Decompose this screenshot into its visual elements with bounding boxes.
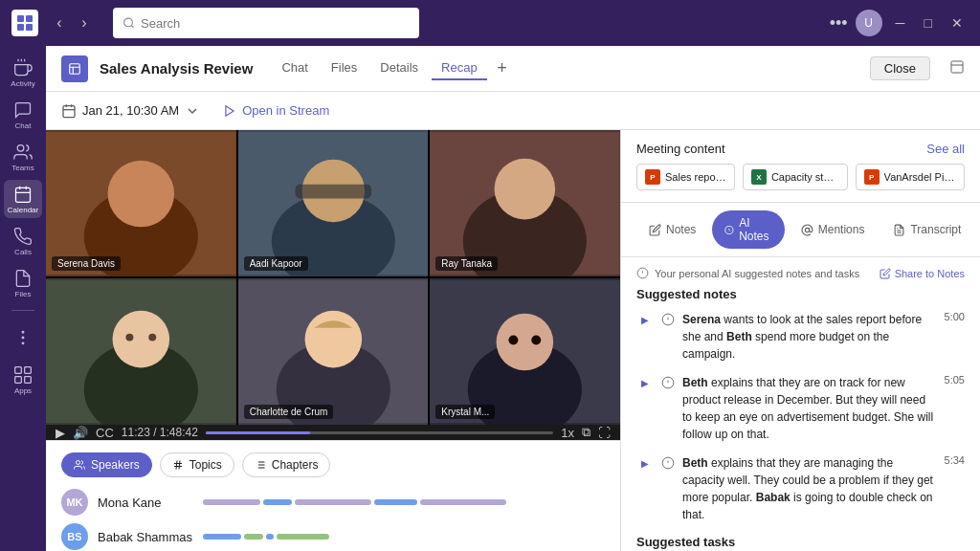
share-to-notes-button[interactable]: Share to Notes xyxy=(880,268,965,279)
notes-tab-transcript-label: Transcript xyxy=(910,223,961,236)
svg-point-50 xyxy=(532,336,542,345)
forward-arrow[interactable]: › xyxy=(73,11,96,34)
svg-point-42 xyxy=(148,334,156,342)
video-cell-krystal: Krystal M... xyxy=(430,278,620,425)
channel-header: Sales Analysis Review Chat Files Details… xyxy=(46,46,980,92)
note-item-0: ▶ Serena wants to look at the sales repo… xyxy=(636,311,965,363)
play-button[interactable]: ▶ xyxy=(56,426,65,440)
svg-point-48 xyxy=(497,314,554,371)
note-time-2: 5:34 xyxy=(945,454,965,466)
minimize-button[interactable]: ─ xyxy=(890,15,911,31)
note-body-1: Beth explains that they are on track for… xyxy=(682,374,937,443)
expand-icon[interactable] xyxy=(949,59,965,78)
see-all-button[interactable]: See all xyxy=(926,142,965,156)
note-item-1: ▶ Beth explains that they are on track f… xyxy=(636,374,965,443)
notes-tab-mentions[interactable]: Mentions xyxy=(789,210,878,249)
speed-button[interactable]: 1x xyxy=(561,426,574,440)
sidebar-item-calendar[interactable]: Calendar xyxy=(4,180,42,218)
tab-files[interactable]: Files xyxy=(322,56,367,80)
play-icon-1[interactable]: ▶ xyxy=(641,378,649,388)
speakers-section: Speakers Topics Chapters MK xyxy=(46,440,620,551)
date-selector[interactable]: Jan 21, 10:30 AM xyxy=(61,103,200,119)
svg-point-14 xyxy=(22,337,24,339)
more-options-icon[interactable]: ••• xyxy=(830,13,848,33)
file-chip-0[interactable]: P Sales report Q4... xyxy=(636,164,735,190)
svg-rect-3 xyxy=(26,24,33,31)
volume-button[interactable]: 🔊 xyxy=(73,426,88,440)
tab-details[interactable]: Details xyxy=(370,56,428,80)
participant-label-serena: Serena Davis xyxy=(52,256,121,271)
file-name-1: Capacity stats list... xyxy=(771,171,839,183)
sidebar-divider xyxy=(11,310,34,311)
tab-chat[interactable]: Chat xyxy=(272,56,317,80)
sidebar-label-calendar: Calendar xyxy=(8,206,38,214)
sidebar-item-activity[interactable]: Activity xyxy=(4,54,42,92)
video-controls-right: 1x ⧉ ⛶ xyxy=(561,425,611,440)
play-icon-2[interactable]: ▶ xyxy=(641,458,649,469)
file-chip-2[interactable]: P VanArsdel PitchDe... xyxy=(856,164,965,190)
notes-tab-notes-label: Notes xyxy=(666,223,696,236)
sidebar-item-apps[interactable]: Apps xyxy=(4,361,42,399)
date-bar: Jan 21, 10:30 AM Open in Stream xyxy=(46,92,980,130)
notes-tab-transcript[interactable]: Transcript xyxy=(880,210,973,249)
tab-topics[interactable]: Topics xyxy=(160,452,234,477)
svg-point-41 xyxy=(125,334,133,342)
user-avatar[interactable]: U xyxy=(856,10,882,36)
svg-rect-9 xyxy=(16,187,31,202)
ppt-icon: P xyxy=(645,169,660,185)
content-area: Sales Analysis Review Chat Files Details… xyxy=(46,46,980,551)
sidebar-label-activity: Activity xyxy=(11,79,34,88)
notes-tab-ai-notes[interactable]: AI Notes xyxy=(712,210,784,249)
sidebar-item-chat[interactable]: Chat xyxy=(4,96,42,134)
add-tab-button[interactable]: + xyxy=(491,57,514,80)
svg-rect-0 xyxy=(17,15,24,22)
tab-chapters[interactable]: Chapters xyxy=(242,452,331,477)
ppt-icon-2: P xyxy=(864,169,880,185)
svg-point-4 xyxy=(124,18,133,27)
speaker-name-mona: Mona Kane xyxy=(98,496,193,510)
close-window-button[interactable]: ✕ xyxy=(946,15,969,31)
svg-line-55 xyxy=(179,461,180,470)
notes-tab-notes[interactable]: Notes xyxy=(636,210,708,249)
open-in-stream-button[interactable]: Open in Stream xyxy=(223,103,329,118)
note-bullet-2: ▶ xyxy=(636,454,654,472)
video-cell-aadi: Aadi Kapoor xyxy=(238,130,429,276)
note-body-2: Beth explains that they are managing the… xyxy=(682,454,937,523)
notes-tab-ai-notes-label: AI Notes xyxy=(739,216,772,243)
progress-bar[interactable] xyxy=(206,431,553,434)
captions-button[interactable]: CC xyxy=(96,426,114,440)
sidebar-item-more[interactable] xyxy=(4,319,42,357)
progress-fill xyxy=(206,431,310,434)
channel-title: Sales Analysis Review xyxy=(100,60,253,77)
back-arrow[interactable]: ‹ xyxy=(48,11,71,34)
close-button[interactable]: Close xyxy=(870,56,930,80)
tab-recap[interactable]: Recap xyxy=(432,56,487,80)
time-display: 11:23 / 1:48:42 xyxy=(122,426,198,439)
svg-point-63 xyxy=(805,228,809,231)
notes-tab-mentions-label: Mentions xyxy=(818,223,865,236)
speaker-row-mona: MK Mona Kane xyxy=(61,489,605,516)
note-item-2: ▶ Beth explains that they are managing t… xyxy=(636,454,965,523)
file-chip-1[interactable]: X Capacity stats list... xyxy=(743,164,848,190)
participant-label-aadi: Aadi Kapoor xyxy=(244,256,308,271)
sidebar-item-files[interactable]: Files xyxy=(4,264,42,302)
svg-marker-26 xyxy=(226,105,234,116)
file-name-0: Sales report Q4... xyxy=(665,171,726,183)
sidebar-label-apps: Apps xyxy=(14,386,32,395)
search-input[interactable] xyxy=(141,16,410,31)
sidebar-item-teams[interactable]: Teams xyxy=(4,138,42,176)
search-bar[interactable] xyxy=(113,8,419,38)
share-to-notes-label: Share to Notes xyxy=(895,268,965,279)
svg-point-40 xyxy=(113,311,170,368)
fullscreen-button[interactable]: ⛶ xyxy=(598,426,611,440)
tab-speakers[interactable]: Speakers xyxy=(61,452,152,477)
speaker-row-babak: BS Babak Shammas xyxy=(61,523,605,550)
sidebar-label-files: Files xyxy=(15,290,32,298)
sidebar-item-calls[interactable]: Calls xyxy=(4,222,42,260)
restore-button[interactable]: □ xyxy=(919,15,938,31)
main-layout: Activity Chat Teams Calendar Calls Files xyxy=(0,46,980,551)
meeting-content-title: Meeting content xyxy=(636,142,725,156)
play-icon-0[interactable]: ▶ xyxy=(641,315,649,325)
sidebar-label-calls: Calls xyxy=(14,248,32,256)
pip-button[interactable]: ⧉ xyxy=(582,425,590,440)
